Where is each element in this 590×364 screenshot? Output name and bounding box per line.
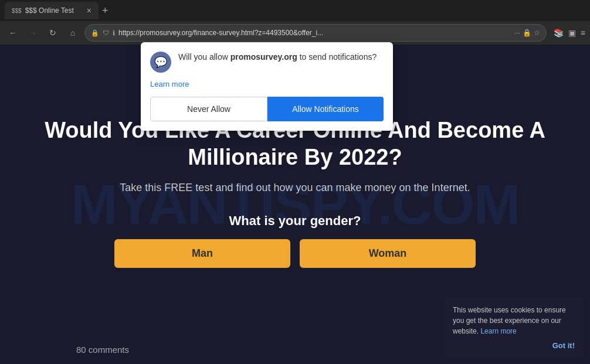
url-actions: ··· 🔒 ☆: [514, 29, 540, 37]
menu-button[interactable]: ≡: [581, 28, 585, 38]
nav-bar: ← → ↻ ⌂ 🔒 🛡 ℹ https://promosurvey.org/fi…: [0, 21, 590, 45]
refresh-button[interactable]: ↻: [45, 25, 61, 41]
notification-text: Will you allow promosurvey.org to send n…: [178, 52, 377, 63]
library-button[interactable]: 📚: [554, 28, 564, 38]
notification-learn-more[interactable]: Learn more: [150, 80, 384, 89]
man-button[interactable]: Man: [114, 239, 290, 268]
tab-close-button[interactable]: ×: [87, 6, 91, 15]
cookie-got-it-button[interactable]: Got it!: [552, 341, 575, 350]
star-button[interactable]: ☆: [534, 29, 540, 37]
notification-suffix: to send notifications?: [297, 52, 377, 62]
new-tab-button[interactable]: +: [102, 5, 108, 17]
never-allow-button[interactable]: Never Allow: [150, 97, 267, 121]
home-button[interactable]: ⌂: [65, 25, 81, 41]
tab-title: $$$ Online Test: [25, 6, 74, 15]
protocol-badge: 🛡: [103, 29, 109, 36]
gender-question: What is your gender?: [12, 213, 578, 229]
cookie-text: This website uses cookies to ensure you …: [453, 305, 575, 336]
woman-button[interactable]: Woman: [300, 239, 476, 268]
forward-button[interactable]: →: [25, 25, 41, 41]
cookie-learn-more-link[interactable]: Learn more: [480, 327, 516, 335]
url-text: https://promosurvey.org/finance-survey.h…: [118, 29, 511, 37]
sub-text: Take this FREE test and find out how you…: [12, 180, 578, 196]
notification-header: 💬 Will you allow promosurvey.org to send…: [150, 52, 384, 73]
tab-bar: $$$ $$$ Online Test × +: [0, 0, 590, 21]
back-button[interactable]: ←: [5, 25, 21, 41]
url-more-button[interactable]: ···: [514, 29, 520, 37]
notification-prefix: Will you allow: [178, 52, 230, 62]
url-bar[interactable]: 🔒 🛡 ℹ https://promosurvey.org/finance-su…: [84, 24, 547, 42]
notification-popup: 💬 Will you allow promosurvey.org to send…: [141, 42, 393, 131]
active-tab[interactable]: $$$ $$$ Online Test ×: [5, 2, 99, 19]
content-inner: Would You Like A Career Online And Becom…: [0, 106, 590, 303]
bookmark-shield-button[interactable]: 🔒: [523, 29, 531, 37]
browser-actions: 📚 ▣ ≡: [554, 28, 585, 38]
sidebar-button[interactable]: ▣: [568, 28, 576, 38]
allow-notifications-button[interactable]: Allow Notifications: [267, 97, 384, 121]
cookie-notice: This website uses cookies to ensure you …: [443, 297, 584, 358]
notification-buttons: Never Allow Allow Notifications: [150, 97, 384, 121]
info-icon: ℹ: [113, 29, 115, 37]
browser-chrome: $$$ $$$ Online Test × + ← → ↻ ⌂ 🔒 🛡 ℹ ht…: [0, 0, 590, 45]
gender-buttons: Man Woman: [12, 239, 578, 268]
comments-count: 80 comments: [76, 345, 129, 355]
security-icon: 🔒: [91, 29, 99, 37]
notification-domain: promosurvey.org: [230, 52, 297, 62]
notification-icon: 💬: [150, 52, 171, 73]
tab-favicon: $$$: [12, 8, 22, 14]
